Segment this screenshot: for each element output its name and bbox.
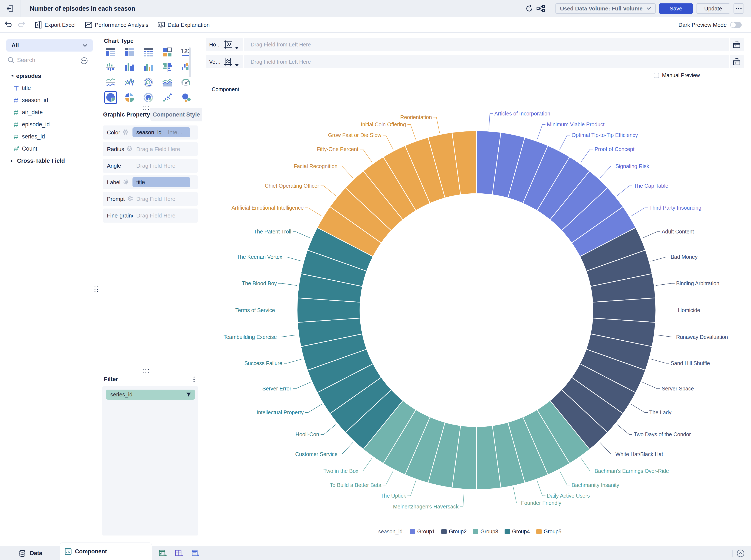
data-explanation-button[interactable]: Data Explanation	[158, 21, 209, 28]
chart-type-grouped-column[interactable]	[104, 61, 117, 74]
add-table-component-button[interactable]	[175, 549, 183, 557]
donut-chart[interactable]: Articles of IncorporationMinimum Viable …	[203, 33, 751, 546]
slice-label: White Hat/Black Hat	[615, 451, 663, 457]
field-pill-title[interactable]: title	[133, 177, 190, 187]
add-note-component-button[interactable]	[191, 549, 199, 557]
chart-type-radar[interactable]	[142, 76, 155, 89]
field-item-air_date[interactable]: air_date	[0, 106, 98, 118]
chart-type-pie-selected[interactable]	[104, 91, 117, 104]
label-leader-line	[360, 149, 372, 162]
sidebar-resize-handle[interactable]	[93, 285, 99, 294]
graphic-property-color[interactable]: Colorseason_idInte…	[103, 125, 198, 140]
gear-icon[interactable]	[127, 195, 133, 202]
gear-icon[interactable]	[123, 179, 129, 185]
data-lineage-button[interactable]	[536, 5, 545, 12]
ellipsis-icon	[736, 8, 742, 9]
tab-component-label: Component	[75, 548, 107, 555]
chart-type-line[interactable]	[104, 76, 117, 89]
more-button[interactable]	[733, 3, 744, 14]
chart-type-bar[interactable]	[161, 61, 174, 74]
field-item-title[interactable]: title	[0, 82, 98, 94]
update-button[interactable]: Update	[696, 3, 730, 14]
graphic-property-prompt[interactable]: PromptDrag Field Here	[103, 192, 198, 206]
chart-type-cross-table[interactable]	[142, 46, 155, 59]
field-item-Count[interactable]: Count	[0, 143, 98, 155]
export-excel-button[interactable]: Export Excel	[35, 21, 76, 28]
chart-type-column[interactable]	[123, 61, 136, 74]
slice-label: Minimum Viable Product	[547, 121, 605, 127]
legend-item-Group3[interactable]: Group3	[473, 528, 498, 535]
legend-item-Group1[interactable]: Group1	[410, 528, 435, 535]
slice-label: Chief Operating Officer	[265, 183, 319, 189]
search-options-icon[interactable]	[81, 57, 88, 64]
legend-item-Group4[interactable]: Group4	[505, 528, 530, 535]
chart-type-grouped-table[interactable]	[104, 46, 117, 59]
add-chart-component-button[interactable]	[159, 549, 166, 557]
performance-analysis-icon	[85, 21, 92, 28]
back-button[interactable]	[0, 0, 20, 17]
edit-toolbar: Export Excel Performance Analysis Data E…	[0, 17, 751, 33]
chart-type-dashboard-icon	[162, 47, 172, 57]
tab-component-style[interactable]: Component Style	[150, 108, 202, 121]
legend-item-Group2[interactable]: Group2	[441, 528, 466, 535]
graphic-property-label[interactable]: Labeltitle	[103, 175, 198, 189]
cross-table-field-node[interactable]: Cross-Table Field	[0, 155, 98, 167]
back-icon	[6, 4, 14, 13]
tab-component[interactable]: Component	[60, 542, 152, 560]
gear-icon[interactable]	[126, 145, 133, 152]
gear-icon[interactable]	[122, 129, 129, 135]
tab-graphic-property[interactable]: Graphic Property	[103, 108, 150, 121]
data-volume-select[interactable]: Used Data Volume: Full Volume	[555, 3, 655, 14]
field-item-season_id[interactable]: season_id	[0, 94, 98, 106]
collapse-panel-button[interactable]	[736, 549, 745, 557]
field-pill-season_id[interactable]: season_idInte…	[133, 127, 190, 137]
property-label: Angle	[107, 162, 121, 169]
filter-resize-handle[interactable]	[141, 368, 150, 374]
dark-preview-mode-toggle[interactable]	[730, 22, 742, 28]
field-item-series_id[interactable]: series_id	[0, 131, 98, 143]
chart-type-detail-table[interactable]	[123, 46, 136, 59]
chart-type-area[interactable]	[161, 76, 174, 89]
field-pill-label: season_id	[136, 129, 162, 136]
legend-swatch	[441, 529, 447, 534]
chart-type-donut-rose[interactable]	[142, 91, 155, 104]
performance-analysis-button[interactable]: Performance Analysis	[85, 21, 148, 28]
chart-type-combo-line[interactable]	[123, 76, 136, 89]
refresh-button[interactable]	[525, 5, 533, 12]
slice-label: Adult Content	[662, 228, 694, 235]
legend-item-Group5[interactable]: Group5	[536, 528, 562, 535]
chart-type-scrollbar[interactable]	[189, 47, 190, 77]
chart-type-bubble[interactable]	[180, 91, 192, 104]
table-scope-select[interactable]: All	[6, 39, 93, 52]
table-node-episodes[interactable]: episodes	[0, 70, 98, 82]
search-input[interactable]: Search	[17, 57, 35, 63]
chart-type-dashboard[interactable]	[161, 46, 174, 59]
graphic-property-radius[interactable]: RadiusDrag a Field Here	[103, 142, 198, 156]
chevron-up-circle-icon	[736, 549, 745, 557]
legend-label: Group2	[449, 528, 466, 535]
chart-type-gauge[interactable]	[180, 76, 192, 89]
undo-button[interactable]	[4, 21, 12, 28]
redo-button[interactable]	[18, 21, 25, 28]
graphic-property-fine-grained[interactable]: Fine-grainedDrag Field Here	[103, 208, 198, 223]
filter-title: Filter	[104, 376, 118, 383]
save-button[interactable]: Save	[659, 3, 693, 14]
filter-dropzone[interactable]: series_id	[102, 386, 198, 536]
database-icon	[19, 550, 25, 557]
chart-type-line-icon	[106, 78, 116, 87]
slice-label: Bad Money	[671, 254, 698, 260]
graphic-property-angle[interactable]: AngleDrag Field Here	[103, 159, 198, 173]
field-item-episode_id[interactable]: episode_id	[0, 118, 98, 131]
field-type-icon-number	[13, 109, 19, 116]
chart-type-multi-pie[interactable]	[123, 91, 136, 104]
slice-label: Signaling Risk	[615, 163, 649, 169]
chart-type-multi-column[interactable]	[142, 61, 155, 74]
label-leader-line	[581, 149, 593, 162]
label-leader-line	[284, 257, 302, 261]
tab-data[interactable]: Data	[19, 546, 42, 560]
add-table-icon	[175, 549, 183, 557]
filter-pill-series-id[interactable]: series_id	[106, 389, 195, 400]
chart-type-scatter[interactable]	[161, 91, 174, 104]
search-icon	[8, 57, 15, 64]
filter-menu-button[interactable]	[191, 376, 197, 383]
